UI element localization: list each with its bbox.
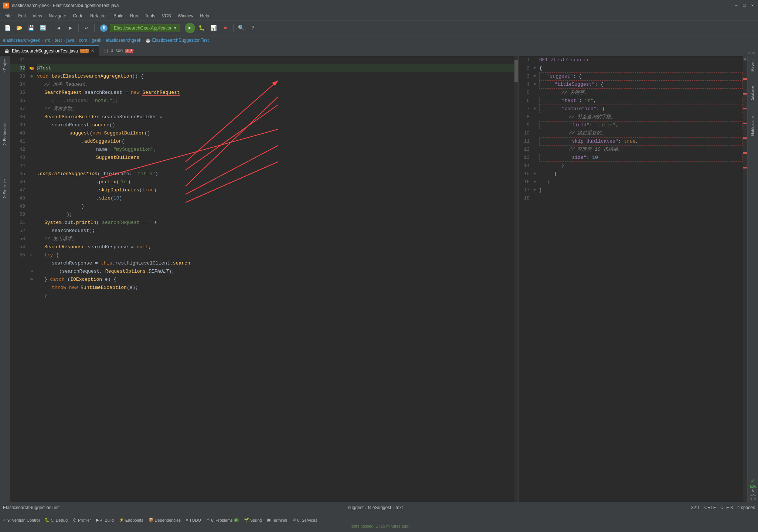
- help-button[interactable]: ?: [248, 23, 258, 33]
- bc-test[interactable]: test: [55, 38, 62, 43]
- search-everywhere-button[interactable]: 🔍: [236, 23, 247, 33]
- run-config-selector[interactable]: ElasticsearchGeekApplication ▾: [110, 24, 180, 32]
- dependencies-tab[interactable]: 📦 Dependencies: [147, 517, 182, 523]
- status-right: 32:1 CRLF UTF-8 4 spaces: [691, 505, 755, 510]
- bc-geek[interactable]: geek: [92, 38, 101, 43]
- separator-3: [94, 24, 95, 32]
- problems-icon: ⚠: [206, 518, 210, 522]
- bc-text[interactable]: text: [396, 505, 403, 510]
- todo-icon: ≡: [186, 518, 188, 522]
- debug-button[interactable]: 🐛: [197, 23, 207, 33]
- app-icon: J: [3, 3, 9, 8]
- tab-json-name: a.json: [111, 48, 123, 53]
- services-tab[interactable]: ⚙ 8: Services: [291, 517, 319, 523]
- forward-button[interactable]: ▶: [65, 23, 76, 33]
- sidebar-notifications-tab[interactable]: Notifications: [749, 113, 757, 139]
- tab-json-file[interactable]: { } a.json ⚠ 8: [99, 45, 138, 56]
- profiler-tab[interactable]: ⏱ Profiler: [71, 517, 92, 523]
- menu-edit[interactable]: Edit: [15, 13, 29, 19]
- json-line-10: // 跳过重复的。: [539, 129, 743, 137]
- run-button[interactable]: ▶: [185, 23, 195, 33]
- new-file-button[interactable]: 📄: [2, 23, 13, 33]
- minimize-button[interactable]: ─: [734, 3, 739, 8]
- separator-4: [233, 24, 234, 32]
- stop-button[interactable]: ■: [220, 23, 231, 33]
- code-line-52b: (searchRequest, RequestOptions.DEFAULT);: [37, 267, 514, 276]
- java-scroll-thumb[interactable]: [514, 60, 518, 82]
- bc-project[interactable]: elasticsearch-geek: [3, 38, 40, 43]
- vc-icon: ✓: [3, 518, 6, 522]
- bc-com[interactable]: com: [79, 38, 87, 43]
- code-line-48: System.out.println("searchRequest = " +: [37, 219, 514, 227]
- menu-code[interactable]: Code: [70, 13, 86, 19]
- bc-src[interactable]: src: [44, 38, 50, 43]
- bc-java[interactable]: java: [66, 38, 74, 43]
- version-control-tab[interactable]: ✓ 9: Version Control: [1, 517, 41, 523]
- sidebar-maven-tab[interactable]: Maven: [749, 58, 757, 75]
- json-editor[interactable]: 1 2 3 4 5 6 7 8 9 10 11 12 13 14 15 16 1…: [519, 56, 748, 511]
- menu-refactor[interactable]: Refactor: [87, 13, 110, 19]
- java-scrollbar[interactable]: [514, 56, 518, 511]
- bc-suggest[interactable]: suggest: [348, 505, 364, 510]
- coverage-indicator: ✓ 82% % k/o 0.0: [748, 474, 758, 502]
- back-button[interactable]: ◀: [54, 23, 64, 33]
- json-line-9: "field": "title",: [539, 121, 743, 129]
- undo-button[interactable]: ↩: [81, 23, 92, 33]
- bottom-panel: ✓ 9: Version Control 🐛 5: Debug ⏱ Profil…: [0, 513, 758, 532]
- open-button[interactable]: 📂: [14, 23, 24, 33]
- endpoints-icon: ⚡: [119, 518, 124, 522]
- bookmarks-label2[interactable]: 2: Bookmarks: [3, 120, 7, 147]
- json-line-11: "skip_duplicates": true,: [539, 137, 743, 146]
- tab-settings-button[interactable]: ⚙: [748, 50, 751, 56]
- json-line-17: }: [539, 186, 743, 194]
- json-scrollbar[interactable]: ▲ ▼: [743, 56, 747, 511]
- code-line-46: ): [37, 202, 514, 211]
- bc-titleSuggest[interactable]: titleSuggest: [368, 505, 391, 510]
- menu-vcs[interactable]: VCS: [159, 13, 174, 19]
- bc-esgeek[interactable]: elasticsearchgeek: [106, 38, 141, 43]
- menu-window[interactable]: Window: [175, 13, 197, 19]
- code-line-47: );: [37, 211, 514, 219]
- terminal-tab[interactable]: ▣ Terminal: [265, 517, 289, 523]
- todo-tab[interactable]: ≡ TODO: [184, 517, 203, 523]
- bc-class[interactable]: ☕ ElasticsearchSuggestionTest: [146, 38, 209, 43]
- close-button[interactable]: ✕: [750, 3, 755, 8]
- code-line-55: }: [37, 292, 514, 300]
- code-line-32: ► @Test: [37, 64, 514, 72]
- coverage-value: 82%: [749, 485, 756, 489]
- menu-view[interactable]: View: [30, 13, 45, 19]
- java-editor[interactable]: 31 32 33 34 35 36 37 38 39 40 41 42 43 4…: [10, 56, 519, 511]
- menu-build[interactable]: Build: [111, 13, 126, 19]
- build-tab[interactable]: ▶ 4: Build: [95, 517, 115, 523]
- sync-button[interactable]: 🔄: [38, 23, 48, 33]
- code-line-42: [37, 162, 514, 170]
- build-icon: ▶: [96, 518, 99, 522]
- debug-tab[interactable]: 🐛 5: Debug: [43, 517, 69, 523]
- structure-label[interactable]: 2: Structure: [3, 177, 7, 201]
- menu-run[interactable]: Run: [127, 13, 141, 19]
- tab-java-file[interactable]: ☕ ElasticsearchSuggestionTest.java ⚠ 2 ✕: [0, 45, 99, 56]
- endpoints-tab[interactable]: ⚡ Endpoints: [118, 517, 145, 523]
- json-error-mark-4: [743, 108, 747, 109]
- maximize-button[interactable]: □: [742, 3, 747, 8]
- save-all-button[interactable]: 💾: [26, 23, 36, 33]
- services-icon: ⚙: [292, 518, 296, 522]
- toolbar: 📄 📂 💾 🔄 ◀ ▶ ↩ E ElasticsearchGeekApplica…: [0, 21, 758, 35]
- problems-tab[interactable]: ⚠ 6: Problems 6: [205, 517, 240, 523]
- profile-button[interactable]: 📊: [208, 23, 219, 33]
- menu-tools[interactable]: Tools: [142, 13, 158, 19]
- menu-navigate[interactable]: Navigate: [46, 13, 69, 19]
- json-error-mark-3: [743, 93, 747, 95]
- menu-file[interactable]: File: [1, 13, 14, 19]
- title-bar: J elasticsearch-geek - ElasticsearchSugg…: [0, 0, 758, 11]
- close-java-tab-button[interactable]: ✕: [91, 48, 94, 53]
- sidebar-database-tab[interactable]: Database: [749, 83, 757, 105]
- bookmarks-label[interactable]: 1: Project: [3, 56, 7, 76]
- scroll-up-button[interactable]: ▲: [743, 56, 747, 61]
- right-sidebar: Maven Database Notifications: [748, 56, 758, 511]
- code-line-37b: searchRequest.source(): [37, 121, 514, 129]
- spring-tab[interactable]: 🌱 Spring: [242, 517, 264, 523]
- menu-help[interactable]: Help: [197, 13, 212, 19]
- tab-more-button[interactable]: ≡: [752, 50, 755, 56]
- run-config-icon: E: [100, 24, 108, 32]
